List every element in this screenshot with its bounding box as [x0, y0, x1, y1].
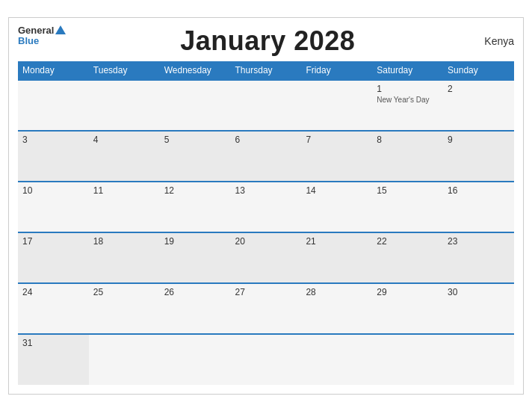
- calendar-thead: MondayTuesdayWednesdayThursdayFridaySatu…: [18, 61, 514, 80]
- calendar-cell: 23: [443, 232, 514, 283]
- day-number: 12: [164, 185, 226, 196]
- calendar-week-row: 1New Year's Day2: [18, 80, 514, 131]
- calendar-cell: 24: [18, 283, 89, 334]
- calendar-cell: 2: [443, 80, 514, 131]
- calendar-cell: [231, 80, 302, 131]
- calendar-cell: 16: [443, 182, 514, 232]
- calendar-cell: 20: [231, 232, 302, 283]
- calendar-week-row: 24252627282930: [18, 283, 514, 334]
- weekday-header-tuesday: Tuesday: [89, 61, 160, 80]
- calendar-cell: [301, 80, 372, 131]
- day-number: 1: [377, 84, 439, 94]
- day-number: 5: [164, 135, 226, 145]
- day-number: 8: [377, 135, 439, 145]
- holiday-label: New Year's Day: [377, 96, 439, 104]
- day-number: 29: [377, 287, 439, 297]
- logo-general-text: General: [18, 25, 54, 36]
- calendar-cell: 3: [18, 131, 89, 182]
- day-number: 28: [306, 287, 368, 297]
- day-number: 23: [448, 236, 510, 247]
- calendar-cell: 30: [443, 283, 514, 334]
- calendar-cell: [89, 334, 160, 385]
- calendar-cell: 11: [89, 182, 160, 232]
- logo-blue-text: Blue: [18, 36, 39, 46]
- calendar-cell: 19: [160, 232, 231, 283]
- calendar-cell: 12: [160, 182, 231, 232]
- calendar-cell: 31: [18, 334, 89, 385]
- calendar-container: General Blue January 2028 Kenya MondayTu…: [8, 17, 524, 395]
- calendar-cell: 26: [160, 283, 231, 334]
- calendar-cell: 27: [231, 283, 302, 334]
- day-number: 13: [235, 185, 297, 196]
- calendar-tbody: 1New Year's Day2345678910111213141516171…: [18, 80, 514, 385]
- weekday-header-saturday: Saturday: [372, 61, 443, 80]
- day-number: 18: [93, 236, 155, 247]
- calendar-cell: [160, 334, 231, 385]
- calendar-title: January 2028: [66, 25, 469, 57]
- day-number: 14: [306, 185, 368, 196]
- weekday-header-monday: Monday: [18, 61, 89, 80]
- day-number: 10: [22, 185, 84, 196]
- weekday-header-thursday: Thursday: [231, 61, 302, 80]
- calendar-cell: 29: [372, 283, 443, 334]
- day-number: 20: [235, 236, 297, 247]
- calendar-cell: [160, 80, 231, 131]
- day-number: 22: [377, 236, 439, 247]
- calendar-cell: 22: [372, 232, 443, 283]
- calendar-cell: 21: [301, 232, 372, 283]
- calendar-cell: 13: [231, 182, 302, 232]
- logo-triangle-icon: [55, 25, 66, 34]
- calendar-cell: 25: [89, 283, 160, 334]
- calendar-week-row: 10111213141516: [18, 182, 514, 232]
- calendar-week-row: 31: [18, 334, 514, 385]
- day-number: 16: [448, 185, 510, 196]
- weekday-header-row: MondayTuesdayWednesdayThursdayFridaySatu…: [18, 61, 514, 80]
- calendar-cell: 8: [372, 131, 443, 182]
- weekday-header-sunday: Sunday: [443, 61, 514, 80]
- calendar-cell: [89, 80, 160, 131]
- weekday-header-friday: Friday: [301, 61, 372, 80]
- calendar-grid: MondayTuesdayWednesdayThursdayFridaySatu…: [18, 61, 514, 385]
- day-number: 6: [235, 135, 297, 145]
- calendar-cell: [372, 334, 443, 385]
- day-number: 2: [448, 84, 510, 94]
- day-number: 27: [235, 287, 297, 297]
- calendar-cell: 14: [301, 182, 372, 232]
- day-number: 3: [22, 135, 84, 145]
- calendar-week-row: 3456789: [18, 131, 514, 182]
- day-number: 17: [22, 236, 84, 247]
- calendar-cell: [443, 334, 514, 385]
- day-number: 25: [93, 287, 155, 297]
- day-number: 30: [448, 287, 510, 297]
- weekday-header-wednesday: Wednesday: [160, 61, 231, 80]
- calendar-cell: 6: [231, 131, 302, 182]
- calendar-cell: 10: [18, 182, 89, 232]
- country-label: Kenya: [469, 35, 514, 47]
- day-number: 9: [448, 135, 510, 145]
- calendar-week-row: 17181920212223: [18, 232, 514, 283]
- calendar-cell: [301, 334, 372, 385]
- day-number: 11: [93, 185, 155, 196]
- calendar-cell: [231, 334, 302, 385]
- day-number: 7: [306, 135, 368, 145]
- calendar-cell: 9: [443, 131, 514, 182]
- day-number: 4: [93, 135, 155, 145]
- logo-area: General Blue: [18, 25, 66, 47]
- calendar-cell: 7: [301, 131, 372, 182]
- day-number: 31: [22, 338, 84, 348]
- calendar-cell: 28: [301, 283, 372, 334]
- calendar-cell: [18, 80, 89, 131]
- day-number: 15: [377, 185, 439, 196]
- day-number: 21: [306, 236, 368, 247]
- day-number: 19: [164, 236, 226, 247]
- day-number: 26: [164, 287, 226, 297]
- calendar-cell: 1New Year's Day: [372, 80, 443, 131]
- day-number: 24: [22, 287, 84, 297]
- calendar-cell: 5: [160, 131, 231, 182]
- calendar-cell: 18: [89, 232, 160, 283]
- calendar-cell: 4: [89, 131, 160, 182]
- calendar-cell: 17: [18, 232, 89, 283]
- calendar-cell: 15: [372, 182, 443, 232]
- calendar-header: General Blue January 2028 Kenya: [18, 25, 514, 57]
